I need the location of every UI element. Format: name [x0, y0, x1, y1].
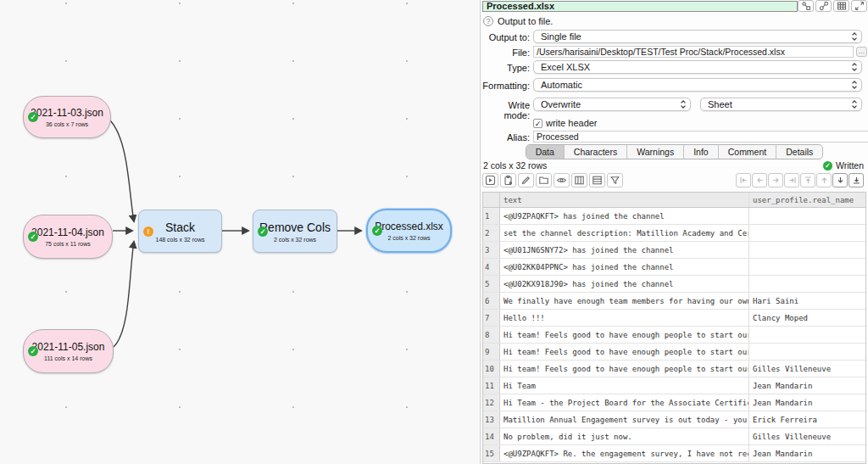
node-input-2021-11-04[interactable]: ✓ 2021-11-04.json 75 cols x 11 rows	[23, 215, 113, 259]
cell-text[interactable]: <@U02KX918J90> has joined the channel	[500, 276, 749, 292]
tab-characters[interactable]: Characters	[564, 145, 626, 159]
node-output-processed[interactable]: ✓ Processed.xlsx 2 cols x 32 rows	[366, 209, 452, 253]
table-row[interactable]: 5 <@U02KX918J90> has joined the channel	[483, 276, 865, 293]
table-row[interactable]: 9 Hi team! Feels good to have enough peo…	[483, 344, 865, 361]
cell-name[interactable]: Gilles Villeneuve	[749, 428, 865, 444]
tab-data[interactable]: Data	[526, 145, 564, 159]
column-header-text[interactable]: text	[500, 193, 749, 207]
top-row-icon[interactable]	[800, 173, 815, 187]
edge-n3-stack	[114, 242, 134, 347]
cell-text[interactable]: <@U01JN6SNY72> has joined the channel	[500, 242, 749, 258]
filter-icon[interactable]	[607, 173, 623, 187]
tab-comment[interactable]: Comment	[718, 145, 776, 159]
type-select[interactable]: Excel XLSX	[533, 60, 862, 74]
column-header-real-name[interactable]: user_profile.real_name	[749, 193, 865, 207]
cell-name[interactable]	[749, 242, 865, 258]
cell-text[interactable]: <@U9ZPAQKFT> Re. the engagement survey, …	[500, 445, 749, 461]
cell-name[interactable]	[749, 327, 865, 343]
folder-icon[interactable]	[536, 173, 552, 187]
eye-icon[interactable]	[554, 173, 570, 187]
table-row[interactable]: 15 <@U9ZPAQKFT> Re. the engagement surve…	[483, 445, 865, 462]
tab-details[interactable]: Details	[776, 145, 822, 159]
sheet-select[interactable]: Sheet	[700, 98, 862, 111]
cell-text[interactable]: Hi Team	[500, 377, 749, 394]
cell-text[interactable]: Hi team! Feels good to have enough peopl…	[500, 361, 749, 377]
file-path-input[interactable]: /Users/harisaini/Desktop/TEST/Test Proc/…	[533, 46, 854, 58]
bottom-row-icon[interactable]	[849, 173, 864, 187]
copy-clipboard-icon[interactable]	[500, 173, 516, 187]
table-row[interactable]: 13 Matillion Annual Engagement survey is…	[483, 411, 865, 428]
alias-input[interactable]: Processed	[533, 131, 868, 143]
cell-name[interactable]: Gilles Villeneuve	[749, 361, 865, 377]
up-row-icon[interactable]	[816, 173, 832, 187]
formatting-select[interactable]: Automatic	[533, 78, 862, 92]
node-name-field[interactable]: Processed.xlsx	[482, 1, 798, 12]
cell-text[interactable]: Matillion Annual Engagement survey is ou…	[500, 411, 749, 428]
cell-name[interactable]	[749, 344, 865, 360]
table-body: 1 <@U9ZPAQKFT> has joined the channel 2 …	[483, 208, 865, 462]
node-stack[interactable]: ! Stack 148 cols x 32 rows	[138, 210, 222, 253]
help-row: ? Output to file.	[483, 16, 553, 26]
tab-warnings[interactable]: Warnings	[626, 145, 683, 159]
cell-name[interactable]: Jean Mandarin	[749, 445, 865, 461]
row-number: 5	[483, 276, 500, 292]
cell-text[interactable]: Hi Team - the Project Board for the Asso…	[500, 394, 749, 411]
table-row[interactable]: 2 set the channel description: Matillion…	[483, 225, 865, 242]
table-row[interactable]: 14 No problem, did it just now. Gilles V…	[483, 428, 865, 445]
table-row[interactable]: 4 <@U02KK04PPNC> has joined the channel	[483, 259, 865, 276]
cell-text[interactable]: No problem, did it just now.	[500, 428, 749, 444]
table-row[interactable]: 1 <@U9ZPAQKFT> has joined the channel	[483, 208, 865, 225]
cell-text[interactable]: set the channel description: Matillion A…	[500, 225, 749, 241]
columns-icon[interactable]	[571, 173, 587, 187]
link-nodes-icon[interactable]	[815, 0, 832, 12]
edit-pencil-icon[interactable]	[518, 173, 534, 187]
flow-canvas[interactable]: ✓ 2021-11-03.json 36 cols x 7 rows ✓ 202…	[0, 0, 481, 464]
next-row-icon[interactable]	[768, 173, 783, 187]
cell-text[interactable]: Hi team! Feels good to have enough peopl…	[500, 344, 749, 360]
write-header-row: ✓ write header	[533, 118, 598, 128]
help-icon[interactable]: ?	[483, 16, 493, 26]
write-mode-label: Write mode:	[481, 100, 530, 120]
data-table[interactable]: text user_profile.real_name 1 <@U9ZPAQKF…	[482, 192, 866, 464]
table-row[interactable]: 11 Hi Team Jean Mandarin	[483, 377, 865, 394]
table-row[interactable]: 10 Hi team! Feels good to have enough pe…	[483, 361, 865, 377]
cell-text[interactable]: We finally have enough team members for …	[500, 293, 749, 309]
previous-row-icon[interactable]	[752, 173, 767, 187]
help-text: Output to file.	[498, 16, 553, 26]
cell-name[interactable]	[749, 276, 865, 292]
cell-name[interactable]	[749, 225, 865, 241]
play-icon[interactable]	[482, 173, 498, 187]
cell-text[interactable]: <@U02KK04PPNC> has joined the channel	[500, 259, 749, 275]
cell-name[interactable]: Jean Mandarin	[749, 377, 865, 394]
tab-info[interactable]: Info	[683, 145, 718, 159]
cell-name[interactable]: Clancy Moped	[749, 310, 865, 326]
last-row-icon[interactable]	[784, 173, 799, 187]
cell-name[interactable]: Jean Mandarin	[749, 394, 865, 411]
first-row-icon[interactable]	[736, 173, 751, 187]
node-input-2021-11-05[interactable]: ✓ 2021-11-05.json 111 cols x 14 rows	[23, 329, 114, 373]
output-to-select[interactable]: Single file	[533, 30, 862, 43]
write-mode-select[interactable]: Overwrite	[533, 98, 691, 111]
cell-text[interactable]: Hello !!!	[500, 310, 749, 326]
expand-panel-icon[interactable]	[851, 0, 867, 12]
table-row[interactable]: 7 Hello !!! Clancy Moped	[483, 310, 865, 327]
table-row[interactable]: 3 <@U01JN6SNY72> has joined the channel	[483, 242, 865, 259]
cell-name[interactable]	[749, 208, 865, 224]
node-remove-cols[interactable]: ✓ Remove Cols 2 cols x 32 rows	[253, 210, 337, 253]
cell-text[interactable]: Hi team! Feels good to have enough peopl…	[500, 327, 749, 343]
node-input-2021-11-03[interactable]: ✓ 2021-11-03.json 36 cols x 7 rows	[23, 96, 111, 138]
cell-name[interactable]	[749, 259, 865, 275]
rows-icon[interactable]	[589, 173, 605, 187]
row-number: 7	[483, 310, 500, 326]
write-header-checkbox[interactable]: ✓	[533, 119, 542, 128]
table-row[interactable]: 8 Hi team! Feels good to have enough peo…	[483, 327, 865, 344]
down-row-icon[interactable]	[832, 173, 848, 187]
table-row[interactable]: 6 We finally have enough team members fo…	[483, 293, 865, 310]
table-view-icon[interactable]	[833, 0, 849, 12]
cell-name[interactable]: Hari Saini	[749, 293, 865, 309]
table-row[interactable]: 12 Hi Team - the Project Board for the A…	[483, 394, 865, 411]
cell-name[interactable]: Erick Ferreira	[749, 411, 865, 428]
node-save-icon[interactable]	[798, 0, 814, 12]
browse-button[interactable]: …	[856, 47, 867, 57]
cell-text[interactable]: <@U9ZPAQKFT> has joined the channel	[500, 208, 749, 224]
